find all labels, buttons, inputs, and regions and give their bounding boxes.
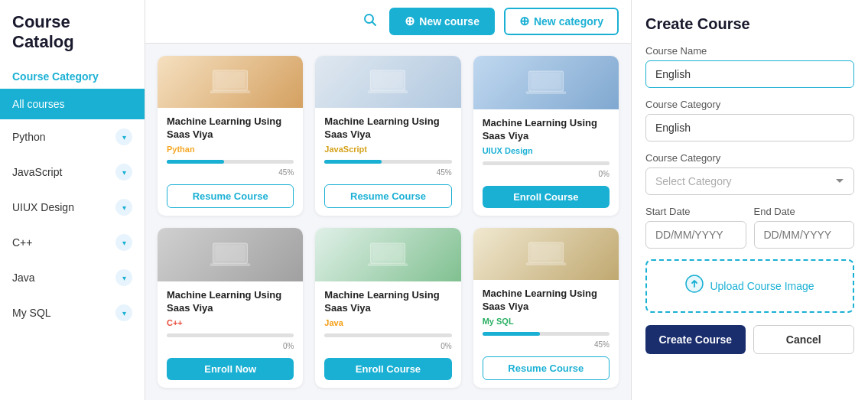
new-category-button[interactable]: ⊕ New category <box>504 8 619 35</box>
start-date-input[interactable] <box>645 221 746 249</box>
sidebar-item-java[interactable]: Java ▾ <box>0 260 145 295</box>
progress-bar-2 <box>324 160 451 164</box>
form-actions: Create Course Cancel <box>645 325 854 354</box>
course-card-image-4 <box>158 228 303 281</box>
svg-rect-18 <box>531 244 561 260</box>
progress-pct-1: 45% <box>167 168 294 177</box>
course-card-title-3: Machine Learning Using Saas Viya <box>483 117 610 143</box>
course-card-2: Machine Learning Using Saas Viya JavaScr… <box>315 56 460 216</box>
end-date-input[interactable] <box>754 221 855 249</box>
create-course-button[interactable]: Create Course <box>645 325 746 354</box>
progress-pct-6: 45% <box>483 340 610 349</box>
course-name-input[interactable] <box>645 60 854 88</box>
sidebar-item-mysql[interactable]: My SQL ▾ <box>0 295 145 330</box>
end-date-group: End Date <box>754 206 855 249</box>
progress-bar-6 <box>483 332 610 336</box>
course-action-btn-3[interactable]: Enroll Course <box>483 186 610 208</box>
cancel-button[interactable]: Cancel <box>753 325 855 354</box>
plus-icon-2: ⊕ <box>519 15 529 28</box>
sidebar-item-uiux[interactable]: UIUX Design ▾ <box>0 190 145 225</box>
course-tag-3: UIUX Design <box>483 146 610 155</box>
course-card-1: Machine Learning Using Saas Viya Pythan … <box>158 56 303 216</box>
upload-icon <box>685 275 704 298</box>
search-icon <box>363 13 377 27</box>
course-card-title-5: Machine Learning Using Saas Viya <box>324 289 451 315</box>
course-category-input[interactable] <box>645 114 854 141</box>
course-name-group: Course Name <box>645 45 854 88</box>
progress-fill-6 <box>483 332 540 336</box>
sidebar-item-label-all: All courses <box>12 98 64 110</box>
course-category-label1: Course Category <box>645 99 854 110</box>
sidebar: Course Catalog Course Category All cours… <box>0 0 145 400</box>
sidebar-item-label-javascript: JavaScript <box>12 166 62 178</box>
course-card-title-2: Machine Learning Using Saas Viya <box>324 115 451 141</box>
course-card-body-4: Machine Learning Using Saas Viya C++ 0% … <box>158 281 303 388</box>
main-content: ⊕ New course ⊕ New category Machine Lear… <box>145 0 631 400</box>
sidebar-item-cpp[interactable]: C++ ▾ <box>0 225 145 260</box>
end-date-label: End Date <box>754 206 855 217</box>
chevron-icon-cpp: ▾ <box>115 234 132 251</box>
sidebar-item-javascript[interactable]: JavaScript ▾ <box>0 154 145 190</box>
progress-pct-2: 45% <box>324 168 451 177</box>
course-category-heading: Course Category <box>0 64 145 89</box>
sidebar-item-python[interactable]: Python ▾ <box>0 119 145 154</box>
course-card-image-5 <box>315 228 460 281</box>
sidebar-item-label-mysql: My SQL <box>12 307 51 319</box>
course-card-4: Machine Learning Using Saas Viya C++ 0% … <box>158 228 303 388</box>
course-card-title-1: Machine Learning Using Saas Viya <box>167 115 294 141</box>
sidebar-item-all[interactable]: All courses <box>0 89 145 119</box>
progress-pct-4: 0% <box>167 342 294 350</box>
svg-rect-6 <box>373 72 403 88</box>
chevron-icon-java: ▾ <box>115 269 132 286</box>
start-date-group: Start Date <box>645 206 746 249</box>
date-row: Start Date End Date <box>645 206 854 249</box>
new-course-label: New course <box>419 15 480 28</box>
svg-rect-9 <box>531 73 561 89</box>
chevron-icon-mysql: ▾ <box>115 304 132 321</box>
course-card-body-1: Machine Learning Using Saas Viya Pythan … <box>158 108 303 216</box>
course-action-btn-1[interactable]: Resume Course <box>167 184 294 208</box>
progress-pct-3: 0% <box>483 170 610 178</box>
top-bar: ⊕ New course ⊕ New category <box>145 0 631 44</box>
start-date-label: Start Date <box>645 206 746 217</box>
sidebar-item-label-java: Java <box>12 272 35 284</box>
course-tag-6: My SQL <box>483 317 610 326</box>
progress-bar-4 <box>167 333 294 337</box>
course-tag-1: Pythan <box>167 145 294 154</box>
svg-rect-15 <box>373 245 403 261</box>
course-action-btn-2[interactable]: Resume Course <box>324 184 451 208</box>
chevron-icon-python: ▾ <box>115 128 132 145</box>
course-action-btn-5[interactable]: Enroll Course <box>324 358 451 380</box>
course-category-group1: Course Category <box>645 99 854 141</box>
new-course-button[interactable]: ⊕ New course <box>389 8 495 35</box>
chevron-icon-javascript: ▾ <box>115 164 132 180</box>
course-category-select[interactable]: Select Category Python JavaScript UIUX D… <box>645 167 854 195</box>
svg-rect-10 <box>526 91 567 94</box>
course-card-5: Machine Learning Using Saas Viya Java 0%… <box>315 228 460 388</box>
upload-course-image-box[interactable]: Upload Course Image <box>645 259 854 313</box>
sidebar-item-label-cpp: C++ <box>12 236 32 249</box>
svg-rect-13 <box>210 263 251 266</box>
progress-bar-1 <box>167 160 294 164</box>
course-category-label2: Course Category <box>645 152 854 164</box>
progress-fill-2 <box>324 160 382 164</box>
course-action-btn-4[interactable]: Enroll Now <box>167 358 294 380</box>
course-card-body-5: Machine Learning Using Saas Viya Java 0%… <box>315 281 460 388</box>
sidebar-item-label-uiux: UIUX Design <box>12 201 74 213</box>
course-card-3: Machine Learning Using Saas Viya UIUX De… <box>473 56 619 216</box>
progress-bar-3 <box>483 161 610 165</box>
course-card-image-1 <box>158 56 303 108</box>
course-card-body-6: Machine Learning Using Saas Viya My SQL … <box>473 280 619 388</box>
svg-rect-4 <box>210 90 251 93</box>
upload-label: Upload Course Image <box>710 280 814 292</box>
courses-grid: Machine Learning Using Saas Viya Pythan … <box>145 44 631 400</box>
course-tag-5: Java <box>324 318 451 327</box>
svg-line-1 <box>372 22 375 25</box>
course-name-label: Course Name <box>645 45 854 57</box>
progress-bar-5 <box>324 333 451 337</box>
page-title: Course Catalog <box>0 12 145 64</box>
search-button[interactable] <box>360 10 380 34</box>
svg-rect-19 <box>526 262 567 265</box>
progress-fill-1 <box>167 160 224 164</box>
course-action-btn-6[interactable]: Resume Course <box>483 356 610 380</box>
